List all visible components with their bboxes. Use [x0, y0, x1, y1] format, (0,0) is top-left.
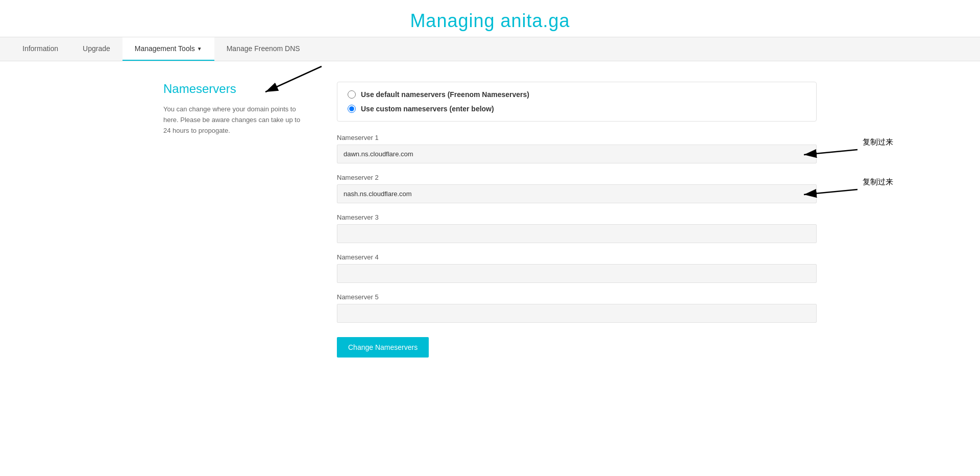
nameserver-2-group: Nameserver 2 复制过来: [337, 174, 817, 203]
nameserver-4-input[interactable]: [337, 264, 817, 283]
nameserver-5-group: Nameserver 5: [337, 293, 817, 323]
radio-custom-label: Use custom nameservers (enter below): [361, 105, 494, 113]
section-title: Nameservers: [163, 82, 306, 96]
nameserver-4-group: Nameserver 4: [337, 253, 817, 283]
nameserver-3-label: Nameserver 3: [337, 213, 817, 221]
main-content: Nameservers You can change where your do…: [133, 61, 847, 378]
nav-bar: Information Upgrade Management Tools ▼ M…: [0, 37, 980, 61]
nav-item-information[interactable]: Information: [10, 37, 70, 61]
right-panel: Use default nameservers (Freenom Nameser…: [327, 82, 817, 358]
nameserver-2-label: Nameserver 2: [337, 174, 817, 181]
radio-default-label: Use default nameservers (Freenom Nameser…: [361, 90, 529, 99]
change-nameservers-button[interactable]: Change Nameservers: [337, 337, 429, 358]
left-panel: Nameservers You can change where your do…: [163, 82, 327, 358]
nameserver-5-label: Nameserver 5: [337, 293, 817, 301]
nameserver-4-label: Nameserver 4: [337, 253, 817, 261]
radio-option-custom[interactable]: Use custom nameservers (enter below): [348, 105, 806, 113]
page-header: Managing anita.ga: [0, 0, 980, 37]
nameserver-1-input[interactable]: [337, 145, 817, 163]
section-description: You can change where your domain points …: [163, 104, 306, 136]
nameserver-2-input[interactable]: [337, 184, 817, 203]
radio-option-default[interactable]: Use default nameservers (Freenom Nameser…: [348, 90, 806, 99]
svg-text:复制过来: 复制过来: [863, 177, 893, 186]
nameserver-1-label: Nameserver 1: [337, 134, 817, 141]
nameserver-3-input[interactable]: [337, 224, 817, 243]
nav-item-management-tools[interactable]: Management Tools ▼: [122, 37, 214, 61]
dropdown-arrow-icon: ▼: [197, 46, 202, 52]
radio-custom-nameservers[interactable]: [348, 105, 356, 113]
radio-group: Use default nameservers (Freenom Nameser…: [337, 82, 817, 122]
radio-default-nameservers[interactable]: [348, 90, 356, 99]
nameserver-5-input[interactable]: [337, 304, 817, 323]
svg-text:复制过来: 复制过来: [863, 137, 893, 146]
nameserver-1-group: Nameserver 1 复制过来: [337, 134, 817, 163]
nav-item-manage-freenom-dns[interactable]: Manage Freenom DNS: [214, 37, 312, 61]
page-title: Managing anita.ga: [0, 10, 980, 32]
nav-item-upgrade[interactable]: Upgrade: [70, 37, 122, 61]
nameserver-3-group: Nameserver 3: [337, 213, 817, 243]
